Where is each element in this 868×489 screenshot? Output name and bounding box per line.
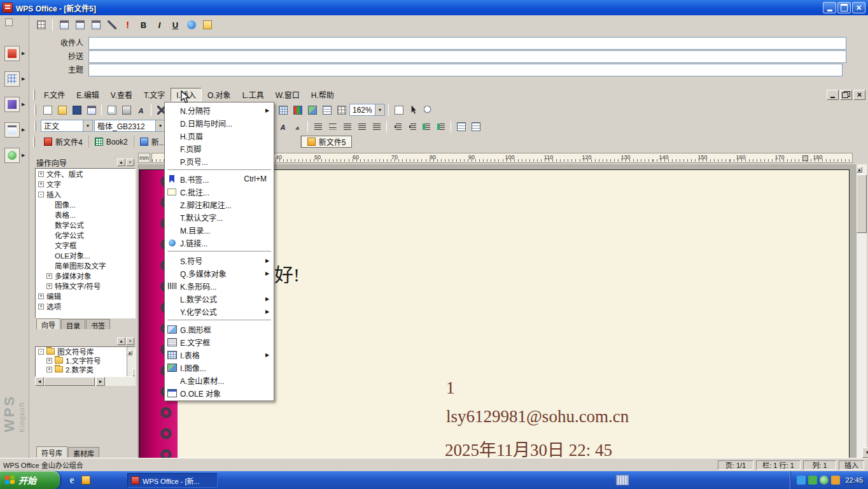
italic-icon[interactable]: I <box>153 18 166 32</box>
menu-item-default-text[interactable]: T.默认文字... <box>165 211 273 223</box>
launcher-arrow-icon[interactable]: ▶ <box>22 153 25 158</box>
select-arrow-icon[interactable] <box>407 103 420 117</box>
browser-icon[interactable] <box>4 148 20 163</box>
stationery-icon[interactable] <box>200 18 214 32</box>
menu-item-image[interactable]: I.图像... <box>165 361 273 374</box>
tree-item[interactable]: 图像... <box>36 199 135 209</box>
menu-tools[interactable]: L.工具 <box>237 88 270 101</box>
menu-item-footer[interactable]: F.页脚 <box>165 142 273 155</box>
attach-file-icon[interactable] <box>105 18 118 32</box>
insert-table-icon[interactable] <box>276 103 290 117</box>
scrollbar-thumb[interactable] <box>857 174 867 233</box>
menu-text[interactable]: T.文字 <box>138 88 171 101</box>
chevron-down-icon[interactable]: ▼ <box>375 104 384 115</box>
menu-item-barcode[interactable]: K.条形码... <box>165 280 273 292</box>
decrease-indent-icon[interactable] <box>419 120 433 133</box>
increase-indent-icon[interactable] <box>434 120 447 133</box>
print-preview-icon[interactable] <box>105 103 118 117</box>
tree-item[interactable]: +文字 <box>36 179 135 189</box>
tab-bookmarks[interactable]: 书签 <box>86 319 110 329</box>
align-left-icon[interactable] <box>311 120 325 133</box>
scroll-right-icon[interactable]: ▶ <box>96 377 105 386</box>
panel-close-icon[interactable]: × <box>126 337 134 345</box>
menu-item-hyperlink[interactable]: J.链接... <box>165 236 273 249</box>
page-text-line[interactable]: 好! <box>274 259 300 287</box>
chevron-down-icon[interactable]: ▼ <box>155 120 165 131</box>
language-indicator-icon[interactable] <box>616 475 629 485</box>
char-spacing-loose-icon[interactable] <box>469 120 482 133</box>
chevron-down-icon[interactable]: ▼ <box>83 120 92 131</box>
insert-chart-icon[interactable] <box>291 103 304 117</box>
toolbar-drag-handle[interactable] <box>34 121 36 131</box>
launcher-mail[interactable]: ▶ <box>4 121 27 139</box>
subject-input[interactable] <box>88 64 843 76</box>
launcher-document[interactable]: ▶ <box>4 45 27 62</box>
spell-check-icon[interactable] <box>134 103 148 117</box>
tree-item[interactable]: 数学公式 <box>36 220 135 230</box>
menu-item-table[interactable]: I.表格▶ <box>165 348 273 361</box>
spreadsheet-icon[interactable] <box>4 71 20 87</box>
menu-window[interactable]: W.窗口 <box>270 88 305 101</box>
menu-item-multimedia[interactable]: Q.多媒体对象▶ <box>165 267 273 280</box>
menu-help[interactable]: H.帮助 <box>305 88 340 101</box>
quick-launch-icon[interactable] <box>80 474 92 486</box>
page-layout-icon[interactable] <box>392 103 405 117</box>
insert-textbox-icon[interactable] <box>320 103 333 117</box>
panel-horizontal-scrollbar[interactable]: ◀ ▶ <box>35 377 136 386</box>
align-right-icon[interactable] <box>340 120 354 133</box>
mail-document-icon[interactable] <box>85 103 98 117</box>
tree-item[interactable]: 简单图形及文字 <box>36 260 135 271</box>
save-icon[interactable] <box>70 103 83 117</box>
toolbar-drag-handle[interactable] <box>34 105 36 115</box>
launcher-arrow-icon[interactable]: ▶ <box>22 127 25 132</box>
launcher-browser[interactable]: ▶ <box>4 146 27 164</box>
panel-close-icon[interactable]: × <box>126 159 134 166</box>
tree-item[interactable]: +编辑 <box>36 291 135 301</box>
tray-icon[interactable] <box>808 476 817 485</box>
toolbar-drag-handle[interactable] <box>33 90 35 100</box>
panel-collapse-icon[interactable]: ▲ <box>117 337 125 345</box>
wps-writer-icon[interactable] <box>4 46 20 61</box>
recipients-input[interactable] <box>88 37 846 50</box>
tab-symbol-library[interactable]: 符号库 <box>36 446 67 457</box>
page-text-line[interactable]: 2025年11月30日 22: 45 <box>445 436 612 458</box>
mail-icon[interactable] <box>4 122 20 138</box>
menu-item-page-number[interactable]: P.页号... <box>165 155 273 167</box>
tray-icon[interactable] <box>820 476 829 485</box>
check-names-icon[interactable] <box>73 18 87 32</box>
address-grid-icon[interactable] <box>34 18 48 32</box>
tree-item[interactable]: OLE对象... <box>36 250 135 260</box>
tree-item[interactable]: 表格... <box>36 209 135 220</box>
tab-doc-4-active[interactable]: 新文件5 <box>301 136 353 148</box>
menu-object[interactable]: O.对象 <box>202 88 237 101</box>
menu-item-header[interactable]: H.页眉 <box>165 129 273 142</box>
tab-material-library[interactable]: 素材库 <box>68 447 99 457</box>
menu-file[interactable]: F.文件 <box>38 88 71 101</box>
scroll-down-icon[interactable]: ▼ <box>132 369 136 376</box>
tree-item[interactable]: + 2.数学类 <box>36 365 135 374</box>
page-text-line[interactable]: 1 <box>446 378 455 398</box>
menu-item-text-frame[interactable]: E.文字框 <box>165 336 273 348</box>
menu-item-symbol[interactable]: S.符号▶ <box>165 254 273 267</box>
tree-item[interactable]: -插入 <box>36 189 135 199</box>
doc-restore-button[interactable] <box>840 90 852 100</box>
insert-mode-indicator[interactable]: 插入 <box>839 460 864 470</box>
signature-icon[interactable] <box>185 18 198 32</box>
menu-item-graphic-frame[interactable]: G.图形框 <box>165 323 273 336</box>
font-combo[interactable]: 楷体_GB2312 ▼ <box>94 120 165 132</box>
presentation-icon[interactable] <box>4 97 20 112</box>
menu-item-kingsoft-material[interactable]: A.金山素材... <box>165 374 273 386</box>
grow-font-icon[interactable] <box>276 120 290 133</box>
print-icon[interactable] <box>120 103 133 117</box>
tab-wizard[interactable]: 向导 <box>36 318 60 329</box>
tree-item[interactable]: 文字框 <box>36 240 135 250</box>
scroll-down-icon[interactable]: ▼ <box>862 448 868 458</box>
menu-item-math-formula[interactable]: L.数学公式▶ <box>165 292 273 305</box>
tree-item[interactable]: +特殊文字/符号 <box>36 281 135 291</box>
menu-item-comment[interactable]: C.批注... <box>165 185 273 198</box>
menu-item-break[interactable]: N.分隔符▶ <box>165 104 273 117</box>
scroll-up-icon[interactable]: ▲ <box>127 350 132 355</box>
tree-item[interactable]: + 1.文字符号 <box>36 356 135 365</box>
menu-view[interactable]: V.查看 <box>105 88 138 101</box>
bullets-icon[interactable] <box>390 120 403 133</box>
